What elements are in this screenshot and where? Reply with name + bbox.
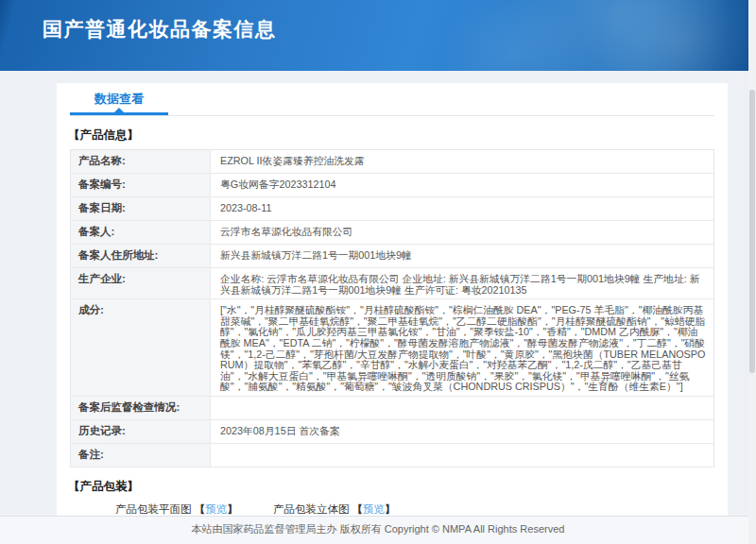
row-value: EZROL II依姿露臻养控油洗发露 xyxy=(211,150,713,173)
bracket-open: 【 xyxy=(352,503,364,515)
table-row: 备案人住所地址:新兴县新城镇万洋二路1号一期001地块9幢 xyxy=(71,245,713,268)
row-value: 粤G妆网备字2023312104 xyxy=(211,174,713,196)
scrollbar-thumb[interactable] xyxy=(749,90,755,373)
table-row: 备注: xyxy=(71,444,713,468)
table-row: 成分:["水"，"月桂醇聚醚硫酸酯铵"，"月桂醇硫酸酯铵"，"棕榈仁油酰胺 DE… xyxy=(71,299,713,397)
row-label: 成分: xyxy=(71,299,211,396)
table-row: 历史记录:2023年08月15日 首次备案 xyxy=(71,420,713,444)
packaging-flat-label: 产品包装平面图 xyxy=(115,503,192,515)
section-product-info: 【产品信息】 xyxy=(68,128,714,144)
tab-bar: 数据查看 xyxy=(70,83,714,116)
tab-data-view-label: 数据查看 xyxy=(94,92,144,106)
row-value: 企业名称: 云浮市名草源化妆品有限公司 企业地址: 新兴县新城镇万洋二路1号一期… xyxy=(211,268,713,298)
vertical-scrollbar[interactable] xyxy=(748,0,756,544)
bracket-open: 【 xyxy=(195,503,206,515)
tab-data-view[interactable]: 数据查看 xyxy=(70,91,168,115)
packaging-flat-preview-link[interactable]: 预览 xyxy=(205,503,227,515)
tab-active-arrow-icon xyxy=(114,108,124,112)
row-value: 云浮市名草源化妆品有限公司 xyxy=(211,221,713,244)
row-value xyxy=(211,397,713,419)
table-row: 备案人:云浮市名草源化妆品有限公司 xyxy=(71,221,713,245)
bracket-close: 】 xyxy=(227,503,238,515)
row-label: 备注: xyxy=(71,444,211,467)
packaging-stereo-group: 产品包装立体图 【预览】 xyxy=(273,502,396,517)
row-label: 备案后监督检查情况: xyxy=(71,397,211,419)
table-row: 备案后监督检查情况: xyxy=(71,397,713,420)
packaging-flat-group: 产品包装平面图 【预览】 xyxy=(115,502,238,517)
row-label: 历史记录: xyxy=(71,420,211,443)
page-header: 国产普通化妆品备案信息 xyxy=(0,0,756,71)
content-card: 数据查看 【产品信息】 产品名称:EZROL II依姿露臻养控油洗发露备案编号:… xyxy=(57,83,728,516)
packaging-stereo-preview-link[interactable]: 预览 xyxy=(363,503,385,515)
table-row: 产品名称:EZROL II依姿露臻养控油洗发露 xyxy=(71,150,713,174)
bracket-close: 】 xyxy=(385,503,396,515)
row-label: 备案人住所地址: xyxy=(71,245,211,267)
packaging-stereo-label: 产品包装立体图 xyxy=(273,503,350,515)
product-info-table: 产品名称:EZROL II依姿露臻养控油洗发露备案编号:粤G妆网备字202331… xyxy=(70,149,714,468)
page-title: 国产普通化妆品备案信息 xyxy=(0,0,756,42)
section-product-packaging: 【产品包装】 xyxy=(68,479,714,495)
table-row: 备案编号:粤G妆网备字2023312104 xyxy=(71,174,713,197)
row-value: 2023-08-11 xyxy=(211,197,713,220)
row-label: 备案日期: xyxy=(71,197,211,220)
row-value xyxy=(211,444,713,467)
row-value: 新兴县新城镇万洋二路1号一期001地块9幢 xyxy=(211,245,713,267)
row-label: 备案编号: xyxy=(71,174,211,196)
row-label: 备案人: xyxy=(71,221,211,244)
table-row: 备案日期:2023-08-11 xyxy=(71,197,713,221)
row-value: ["水"，"月桂醇聚醚硫酸酯铵"，"月桂醇硫酸酯铵"，"棕榈仁油酰胺 DEA"，… xyxy=(211,299,713,396)
row-label: 产品名称: xyxy=(71,150,211,173)
packaging-row: 产品包装平面图 【预览】 产品包装立体图 【预览】 xyxy=(115,502,714,517)
row-value: 2023年08月15日 首次备案 xyxy=(211,420,713,443)
table-row: 生产企业:企业名称: 云浮市名草源化妆品有限公司 企业地址: 新兴县新城镇万洋二… xyxy=(71,268,713,299)
page-footer: 本站由国家药品监督管理局主办 版权所有 Copyright © NMPA All… xyxy=(0,516,756,544)
row-label: 生产企业: xyxy=(71,268,211,298)
